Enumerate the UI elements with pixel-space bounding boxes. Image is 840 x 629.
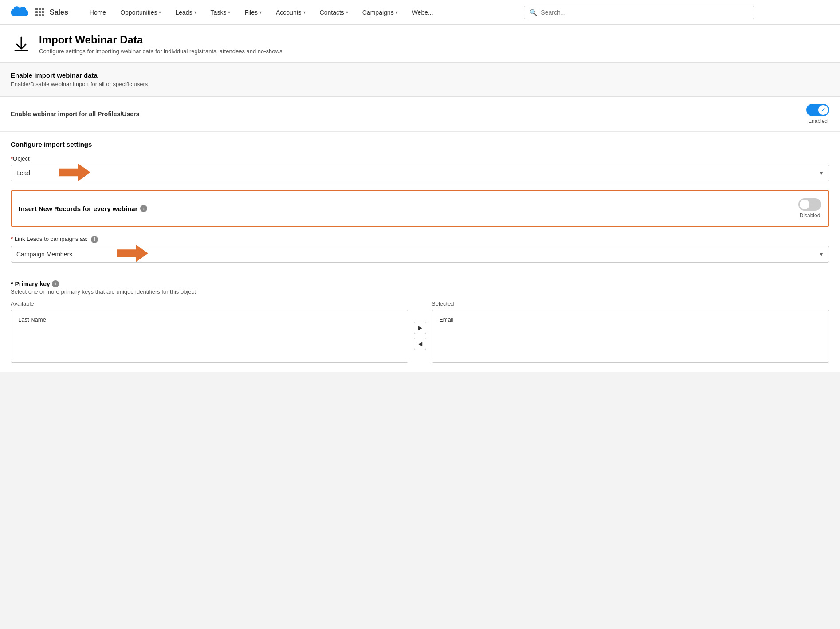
chevron-accounts: ▾ — [303, 10, 306, 15]
chevron-contacts: ▾ — [346, 10, 348, 15]
move-left-button[interactable]: ◀ — [414, 338, 426, 350]
link-leads-info-icon[interactable]: i — [91, 236, 98, 243]
insert-records-info-icon[interactable]: i — [140, 205, 147, 212]
link-leads-field-group: * Link Leads to campaigns as: i Campaign… — [11, 236, 829, 263]
toggle-row-enable: Enable webinar import for all Profiles/U… — [0, 97, 840, 132]
app-name: Sales — [50, 8, 68, 16]
nav-item-home[interactable]: Home — [82, 2, 113, 24]
toggle-status-insert: Disabled — [800, 212, 820, 219]
app-launcher-icon[interactable] — [35, 8, 44, 17]
dual-list-controls: ▶ ◀ — [414, 300, 426, 363]
chevron-files: ▾ — [259, 10, 262, 15]
search-icon: 🔍 — [530, 9, 537, 16]
page-header-text: Import Webinar Data Configure settings f… — [39, 34, 282, 55]
toggle-knob-insert — [800, 200, 809, 209]
page-title: Import Webinar Data — [39, 34, 282, 46]
nav-item-opportunities[interactable]: Opportunities ▾ — [113, 2, 168, 24]
nav-item-contacts[interactable]: Contacts ▾ — [313, 2, 355, 24]
import-icon — [11, 34, 32, 55]
toggle-knob-enable — [818, 105, 828, 115]
primary-key-title: * Primary key i — [11, 280, 829, 287]
link-leads-label: * Link Leads to campaigns as: i — [11, 236, 829, 243]
toggle-label-enable: Enable webinar import for all Profiles/U… — [11, 110, 139, 118]
selected-item-email[interactable]: Email — [436, 314, 825, 326]
toggle-enable[interactable] — [806, 104, 829, 116]
enable-section-header: Enable import webinar data Enable/Disabl… — [0, 63, 840, 97]
nav-item-campaigns[interactable]: Campaigns ▾ — [355, 2, 405, 24]
search-bar: 🔍 — [524, 6, 754, 19]
object-field-label: *Object — [11, 155, 829, 162]
search-input[interactable] — [541, 9, 749, 16]
dual-list: Available Last Name ▶ ◀ Selected Email — [11, 300, 829, 363]
object-select-wrapper: Lead Contact ▼ — [11, 165, 829, 181]
available-item-lastname[interactable]: Last Name — [15, 314, 404, 326]
chevron-opportunities: ▾ — [159, 10, 161, 15]
toggle-status-enable: Enabled — [808, 118, 828, 124]
selected-list-box: Email — [432, 310, 829, 363]
top-bar: Sales Home Opportunities ▾ Leads ▾ Tasks… — [0, 0, 840, 25]
nav-item-webex[interactable]: Webe... — [405, 2, 440, 24]
chevron-campaigns: ▾ — [396, 10, 398, 15]
object-arrow-annotation — [59, 164, 90, 183]
primary-key-subtitle: Select one or more primary keys that are… — [11, 288, 829, 295]
toggle-wrap-enable: Enabled — [806, 104, 829, 124]
available-list-box: Last Name — [11, 310, 408, 363]
page-subtitle: Configure settings for importing webinar… — [39, 48, 282, 55]
page-header: Import Webinar Data Configure settings f… — [0, 25, 840, 63]
nav-item-files[interactable]: Files ▾ — [237, 2, 269, 24]
nav-item-accounts[interactable]: Accounts ▾ — [269, 2, 313, 24]
insert-records-row: Insert New Records for every webinar i D… — [11, 190, 829, 227]
nav-item-tasks[interactable]: Tasks ▾ — [204, 2, 238, 24]
configure-section: Configure import settings *Object Lead C… — [0, 132, 840, 181]
move-right-button[interactable]: ▶ — [414, 322, 426, 334]
available-list-container: Available Last Name — [11, 300, 408, 363]
toggle-insert[interactable] — [798, 198, 821, 211]
enable-section-subtitle: Enable/Disable webinar import for all or… — [11, 81, 829, 87]
available-list-header: Available — [11, 300, 408, 307]
object-field-group: *Object Lead Contact ▼ — [11, 155, 829, 181]
enable-section-title: Enable import webinar data — [11, 71, 829, 79]
link-leads-section: * Link Leads to campaigns as: i Campaign… — [0, 236, 840, 280]
salesforce-logo[interactable] — [7, 4, 30, 20]
link-leads-arrow-annotation — [117, 244, 148, 263]
nav-bar: Home Opportunities ▾ Leads ▾ Tasks ▾ Fil… — [82, 2, 440, 22]
primary-key-info-icon[interactable]: i — [52, 280, 59, 287]
selected-list-container: Selected Email — [432, 300, 829, 363]
nav-item-leads[interactable]: Leads ▾ — [168, 2, 203, 24]
toggle-wrap-insert: Disabled — [798, 198, 821, 219]
insert-records-label: Insert New Records for every webinar i — [19, 205, 147, 212]
chevron-tasks: ▾ — [228, 10, 230, 15]
primary-key-section: * Primary key i Select one or more prima… — [0, 280, 840, 372]
object-select[interactable]: Lead Contact — [11, 165, 829, 181]
chevron-leads: ▾ — [194, 10, 196, 15]
configure-title: Configure import settings — [11, 141, 829, 148]
selected-list-header: Selected — [432, 300, 829, 307]
